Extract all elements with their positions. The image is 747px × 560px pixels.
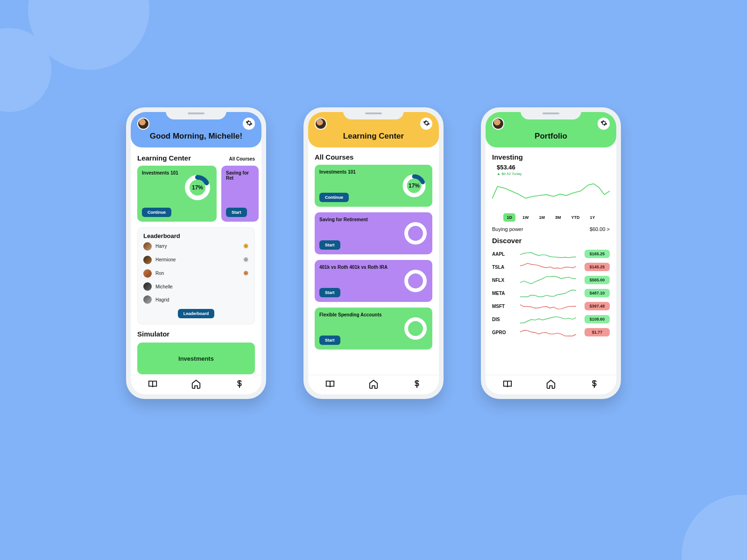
stock-ticker: META xyxy=(492,291,512,296)
nav-portfolio[interactable] xyxy=(589,379,599,391)
nav-home[interactable] xyxy=(191,379,201,391)
stock-row[interactable]: META $487.10 xyxy=(492,287,610,300)
all-courses-link[interactable]: All Courses xyxy=(229,156,255,161)
discover-heading: Discover xyxy=(492,237,610,245)
stock-ticker: MSFT xyxy=(492,304,512,309)
settings-button[interactable] xyxy=(243,118,255,130)
range-1y[interactable]: 1Y xyxy=(587,213,599,222)
stock-ticker: GPRO xyxy=(492,330,512,335)
progress-ring: 17% xyxy=(184,174,211,201)
nav-portfolio[interactable] xyxy=(412,379,422,391)
phone-home: Good Morning, Michelle! Learning Center … xyxy=(126,107,266,399)
gear-icon xyxy=(600,119,607,128)
phone-portfolio: Portfolio Investing $53.46 ▲ $0.52 Today… xyxy=(481,107,621,399)
start-button[interactable]: Start xyxy=(319,336,340,345)
buying-power-row[interactable]: Buying power $60.00 > xyxy=(492,226,610,232)
continue-button[interactable]: Continue xyxy=(319,193,349,202)
progress-ring-empty xyxy=(404,222,427,245)
stock-row[interactable]: MSFT $397.48 xyxy=(492,300,610,313)
leaderboard-row[interactable]: Michelle xyxy=(143,280,249,293)
course-title: Flexible Spending Accounts xyxy=(319,312,428,317)
leaderboard-row[interactable]: Hermione ✹ xyxy=(143,253,249,266)
dollar-icon xyxy=(412,383,422,391)
book-icon xyxy=(502,383,513,391)
leaderboard-row[interactable]: Ron ✹ xyxy=(143,266,249,280)
sparkline xyxy=(515,249,581,259)
course-card[interactable]: Investments 101 17% Continue xyxy=(315,165,432,207)
progress-percent: 17% xyxy=(402,173,427,198)
course-title: Saving for Retirement xyxy=(319,217,428,222)
stock-price: $108.60 xyxy=(585,315,610,323)
nav-learning[interactable] xyxy=(148,379,158,391)
range-1m[interactable]: 1M xyxy=(536,213,548,222)
sparkline xyxy=(515,301,581,311)
leaderboard-name: Ron xyxy=(155,271,164,276)
learning-center-heading: Learning Center xyxy=(137,154,191,162)
settings-button[interactable] xyxy=(420,118,432,130)
course-scroll[interactable]: Investments 101 17% Continue Saving for … xyxy=(137,166,255,222)
course-title: Saving for Ret xyxy=(226,170,254,181)
buying-power-value: $60.00 > xyxy=(590,226,610,232)
sparkline xyxy=(515,275,581,285)
course-card[interactable]: Investments 101 17% Continue xyxy=(137,166,217,222)
buying-power-label: Buying power xyxy=(492,226,523,232)
portfolio-title: Portfolio xyxy=(492,132,610,141)
course-card[interactable]: 401k vs Roth 401k vs Roth IRA Start xyxy=(315,260,432,302)
start-button[interactable]: Start xyxy=(319,240,340,250)
leaderboard-button[interactable]: Leaderboard xyxy=(178,309,215,318)
avatar[interactable] xyxy=(492,118,504,130)
progress-ring-empty xyxy=(404,317,427,340)
stock-price: $487.10 xyxy=(585,289,610,297)
range-selector: 1D1W1M3MYTD1Y xyxy=(492,213,610,222)
nav-learning[interactable] xyxy=(325,379,335,391)
stock-row[interactable]: AAPL $165.25 xyxy=(492,247,610,260)
simulator-label: Investments xyxy=(178,355,214,362)
sparkline xyxy=(515,262,581,272)
range-1w[interactable]: 1W xyxy=(519,213,532,222)
learning-title: Learning Center xyxy=(315,132,432,141)
course-card[interactable]: Saving for Ret Start xyxy=(221,166,259,222)
dollar-icon xyxy=(234,383,245,391)
all-courses-heading: All Courses xyxy=(315,153,432,161)
stock-row[interactable]: TSLA $145.25 xyxy=(492,260,610,273)
range-1d[interactable]: 1D xyxy=(503,213,515,222)
stock-price: $145.25 xyxy=(585,263,610,271)
dollar-icon xyxy=(589,383,599,391)
nav-home[interactable] xyxy=(546,379,556,391)
sparkline xyxy=(515,288,581,298)
home-icon xyxy=(191,383,201,391)
range-3m[interactable]: 3M xyxy=(552,213,564,222)
stock-row[interactable]: NFLX $565.00 xyxy=(492,273,610,287)
course-card[interactable]: Saving for Retirement Start xyxy=(315,212,432,254)
start-button[interactable]: Start xyxy=(319,288,340,297)
course-title: 401k vs Roth 401k vs Roth IRA xyxy=(319,265,428,270)
stock-price: $397.48 xyxy=(585,302,610,310)
nav-home[interactable] xyxy=(368,379,379,391)
simulator-heading: Simulator xyxy=(137,330,255,338)
course-card[interactable]: Flexible Spending Accounts Start xyxy=(315,308,432,350)
avatar xyxy=(143,282,152,291)
stock-price: $165.25 xyxy=(585,250,610,258)
nav-learning[interactable] xyxy=(502,379,513,391)
home-icon xyxy=(546,383,556,391)
medal-icon: ✹ xyxy=(243,255,249,264)
leaderboard-name: Hermione xyxy=(155,257,176,262)
continue-button[interactable]: Continue xyxy=(142,208,171,217)
progress-percent: 17% xyxy=(184,174,211,201)
leaderboard-row[interactable]: Hagrid xyxy=(143,293,249,306)
bottom-nav xyxy=(486,375,616,394)
settings-button[interactable] xyxy=(598,118,610,130)
progress-ring: 17% xyxy=(402,173,427,198)
stock-row[interactable]: DIS $108.60 xyxy=(492,313,610,326)
avatar[interactable] xyxy=(315,118,327,130)
start-button[interactable]: Start xyxy=(226,208,247,217)
leaderboard-row[interactable]: Harry ✹ xyxy=(143,239,249,253)
investments-simulator-button[interactable]: Investments xyxy=(137,343,255,374)
range-ytd[interactable]: YTD xyxy=(568,213,583,222)
medal-icon: ✹ xyxy=(243,242,249,251)
phone-learning: Learning Center All Courses Investments … xyxy=(303,107,444,399)
avatar[interactable] xyxy=(137,118,149,130)
nav-portfolio[interactable] xyxy=(234,379,245,391)
stock-row[interactable]: GPRO $1.77 xyxy=(492,326,610,339)
home-icon xyxy=(368,383,379,391)
